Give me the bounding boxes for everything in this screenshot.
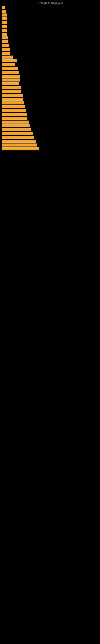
bar-label: Bottleneck result [1,120,29,124]
bar-row: Bottleneck result [1,136,99,139]
bar-row: Bot [1,9,99,13]
bar-label: Bottleneck r [1,56,13,58]
bar-label: Bottleneck resu [1,82,19,85]
bar-row: Bottleneck result [1,128,99,132]
bar-row: Bottleneck result [1,59,99,63]
bar-row: Bottleneck result [1,78,99,82]
bar-label: Bottl [1,36,8,40]
bar-label: Bottleneck result [1,94,23,97]
bar-label: Bottlene [1,52,10,55]
bar-label: Bottleneck result [1,117,27,120]
bar-label: Bottleneck result [1,140,36,143]
bar-label: Bottleneck result [1,86,21,89]
bar-label: Bott [1,32,7,36]
bar-label: Bottleneck result [1,67,18,70]
bar-label: Bottlen [1,48,10,51]
bar-row: Bottleneck result [1,97,99,101]
bar-label: Bott [1,25,7,28]
bar-row: Bottleneck result [1,94,99,97]
bar-label: Bo [1,6,5,9]
bar-label: Bottle [1,40,8,43]
bar-row: Bott [1,21,99,24]
bar-row: Bott [1,17,99,21]
bar-label: Bottleneck result [1,98,23,100]
bar-label: Bott [1,29,7,32]
bar-label: Bottleneck result [1,147,39,150]
bar-label: Bottleneck result [1,102,24,104]
bar-row: Bottleneck re [1,63,99,66]
bar-row: Bottl [1,36,99,40]
bar-label: Bottleneck result [1,132,33,135]
bar-row: Bottlen [1,48,99,51]
bar-row: Bottleneck result [1,101,99,105]
bar-row: Bottle [1,40,99,44]
bar-label: Bottleneck result [1,78,20,82]
chart-area: BoBotBottBottBottBottBottBottBottlBottle… [0,5,100,151]
bar-label: Bot [1,10,6,13]
bar-row: Bottleneck result [1,124,99,128]
site-title: TheBottlenecker.com [0,0,100,5]
bar-label: Bott [1,14,7,16]
bar-row: Bott [1,32,99,36]
bar-row: Bottleneck result [1,120,99,124]
bar-label: Bottleneck result [1,105,25,108]
bar-label: Bottleneck result [1,124,30,128]
bar-label: Bottleneck result [1,59,17,62]
bar-label: Bottleneck result [1,128,31,131]
bar-row: Bottlen [1,44,99,48]
bar-row: Bott [1,13,99,17]
bar-row: Bottleneck result [1,86,99,90]
bar-label: Bottleneck result [1,109,26,112]
bar-label: Bottleneck result [1,90,21,93]
bar-row: Bottleneck result [1,132,99,136]
bar-row: Bo [1,6,99,9]
bar-row: Bottleneck result [1,143,99,147]
bar-row: Bottleneck result [1,74,99,78]
bar-row: Bottleneck result [1,90,99,94]
bar-row: Bott [1,28,99,32]
bar-label: Bottlen [1,44,9,47]
bar-label: Bott [1,17,7,20]
bar-row: Bottleneck resu [1,82,99,86]
bar-label: Bottleneck re [1,63,15,66]
bar-label: Bottleneck result [1,144,37,146]
bar-label: Bott [1,21,7,24]
bar-label: Bottleneck result [1,75,20,78]
bar-row: Bottleneck result [1,70,99,74]
bar-label: Bottleneck result [1,136,34,139]
bar-row: Bottlene [1,51,99,55]
bar-row: Bottleneck r [1,55,99,59]
bar-label: Bottleneck result [1,71,19,74]
bar-row: Bottleneck result [1,116,99,120]
bar-row: Bottleneck result [1,66,99,70]
bar-row: Bottleneck result [1,112,99,116]
bar-row: Bottleneck result [1,147,99,151]
bar-row: Bottleneck result [1,105,99,109]
bar-row: Bott [1,24,99,28]
bar-row: Bottleneck result [1,139,99,143]
bar-row: Bottleneck result [1,109,99,112]
bar-label: Bottleneck result [1,113,27,116]
